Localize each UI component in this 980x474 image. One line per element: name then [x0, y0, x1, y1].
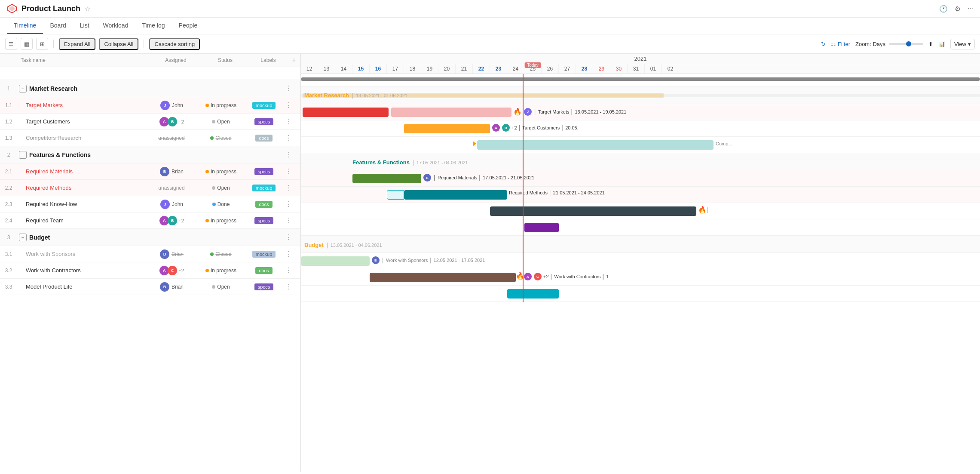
task-name-3-2[interactable]: Work with Contractors	[26, 267, 81, 274]
task-name-1-2[interactable]: Target Customers	[26, 118, 70, 125]
settings-icon[interactable]: ⚙	[955, 5, 961, 13]
zoom-label: Zoom: Days	[855, 41, 885, 47]
add-column-button[interactable]: +	[288, 56, 300, 64]
view-button[interactable]: View ▾	[950, 39, 975, 49]
cascade-sorting-button[interactable]: Cascade sorting	[149, 38, 200, 50]
task-menu-1-3[interactable]: ⋮	[283, 132, 294, 143]
avatar-brian-3-3: B	[160, 282, 169, 292]
export-icon[interactable]: ⬆	[928, 41, 933, 47]
gantt-day-21: 21	[456, 64, 473, 74]
task-assigned-2-3: J John	[146, 200, 197, 209]
group-menu-2[interactable]: ⋮	[283, 149, 294, 160]
label-docs-1-3: docs	[255, 135, 272, 142]
tab-workload[interactable]: Workload	[96, 18, 135, 34]
task-menu-2-2[interactable]: ⋮	[283, 182, 294, 193]
toolbar: ☰ ▦ ⊞ Expand All Collapse All Cascade so…	[0, 34, 980, 54]
group-title-1: Market Research	[29, 85, 77, 92]
view-icon-1[interactable]: ☰	[5, 38, 17, 50]
more-icon[interactable]: ···	[968, 5, 973, 12]
tab-list[interactable]: List	[73, 18, 96, 34]
history-icon[interactable]: 🕐	[939, 5, 948, 13]
collapse-all-button[interactable]: Collapse All	[99, 38, 138, 50]
task-menu-1-2[interactable]: ⋮	[283, 116, 294, 127]
tab-timelog[interactable]: Time log	[135, 18, 172, 34]
task-name-1-1[interactable]: Target Markets	[26, 102, 63, 108]
task-menu-1-1[interactable]: ⋮	[283, 100, 294, 111]
group-collapse-2[interactable]: −	[19, 151, 27, 159]
task-name-2-4[interactable]: Required Team	[26, 217, 64, 224]
unassigned-label-1-3: unassigned	[158, 135, 184, 141]
group-menu-3[interactable]: ⋮	[283, 232, 294, 243]
gantt-bar-2-4[interactable]	[524, 223, 559, 232]
task-row-1-1: 1.1 Target Markets J John In progress mo…	[0, 97, 300, 114]
task-name-1-3[interactable]: Competitors Research	[26, 135, 81, 141]
assigned-label-1-1: John	[172, 102, 183, 108]
nav-tabs: Timeline Board List Workload Time log Pe…	[0, 18, 980, 34]
task-menu-3-3[interactable]: ⋮	[283, 281, 294, 292]
task-name-2-2[interactable]: Required Methods	[26, 185, 71, 191]
chart-icon[interactable]: 📊	[938, 41, 945, 47]
gantt-fire-2-3: 🔥	[698, 206, 707, 214]
task-name-2-1[interactable]: Required Materials	[26, 168, 73, 175]
task-row-2-4: 2.4 Required Team A B +2 In progress spe…	[0, 212, 300, 229]
gantt-bar-3-2[interactable]	[370, 273, 516, 282]
task-menu-3-2[interactable]: ⋮	[283, 265, 294, 276]
task-menu-3-1[interactable]: ⋮	[283, 249, 294, 259]
tab-timeline[interactable]: Timeline	[7, 18, 43, 34]
gantt-bar-1-1[interactable]	[303, 108, 389, 117]
status-dot-2-3	[212, 203, 216, 206]
gantt-bar-2-3[interactable]	[490, 206, 696, 216]
task-row-3-3: 3.3 Model Product Life B Brian Open spec…	[0, 279, 300, 295]
gantt-bar-2-2[interactable]	[404, 190, 507, 200]
status-label-3-3: Open	[217, 284, 230, 290]
gantt-row-1-1: 🔥 J │ Target Markets │ 13.05.2021 - 19.0…	[301, 104, 980, 120]
task-labels-2-2: mockup	[245, 185, 283, 191]
gantt-bar-3-1-label: B │ Work with Sponsors │ 12.05.2021 - 17…	[371, 256, 485, 264]
status-label-1-3: Closed	[215, 135, 231, 141]
gantt-bar-3-3[interactable]	[507, 289, 559, 299]
task-name-3-1[interactable]: Work with Sponsors	[26, 251, 75, 257]
status-label-2-3: Done	[217, 201, 230, 207]
gantt-bar-3-1[interactable]	[301, 256, 370, 266]
label-docs-2-3: docs	[255, 201, 272, 208]
tab-people[interactable]: People	[172, 18, 205, 34]
gantt-bar-1-2[interactable]	[404, 124, 490, 133]
label-mockup-3-1: mockup	[252, 251, 276, 258]
svg-marker-1	[9, 6, 15, 11]
gantt-area[interactable]: 2021 12 13 14 15 16 17 18 19 20 21 22 23…	[301, 54, 980, 472]
app-header: Product Launch ☆ 🕐 ⚙ ···	[0, 0, 980, 18]
task-menu-2-3[interactable]: ⋮	[283, 199, 294, 209]
group-menu-1[interactable]: ⋮	[283, 83, 294, 94]
gantt-bar-3-2-label: A C +2 │ Work with Contractors │ 1	[524, 273, 609, 280]
refresh-icon[interactable]: ↻	[821, 41, 826, 47]
expand-all-button[interactable]: Expand All	[59, 38, 95, 50]
task-labels-2-3: docs	[245, 201, 283, 208]
star-icon[interactable]: ☆	[85, 5, 91, 13]
filter-button[interactable]: ⚏ Filter	[831, 41, 850, 47]
task-status-2-2: Open	[197, 185, 245, 191]
gantt-group-row-1: Market Research │ 13.05.2021 - 01.06.202…	[301, 87, 980, 104]
gantt-bar-1-3[interactable]	[477, 140, 714, 150]
task-name-2-3[interactable]: Required Know-How	[26, 201, 77, 207]
group-actions-1: ⋮	[283, 84, 300, 92]
col-status-header: Status	[202, 57, 249, 63]
gantt-header: 2021 12 13 14 15 16 17 18 19 20 21 22 23…	[301, 54, 980, 74]
gantt-row-3-3	[301, 286, 980, 302]
group-collapse-1[interactable]: −	[19, 85, 27, 92]
gantt-inner: 2021 12 13 14 15 16 17 18 19 20 21 22 23…	[301, 54, 980, 302]
task-name-3-3[interactable]: Model Product Life	[26, 283, 72, 290]
task-menu-2-4[interactable]: ⋮	[283, 215, 294, 226]
task-actions-2-3: ⋮	[283, 200, 300, 208]
view-icon-2[interactable]: ▦	[21, 38, 33, 50]
gantt-row-3-2: 🔥 A C +2 │ Work with Contractors │ 1	[301, 269, 980, 286]
gantt-group-row-2: Features & Functions │ 17.05.2021 - 04.0…	[301, 153, 980, 170]
task-status-1-2: Open	[197, 119, 245, 125]
tab-board[interactable]: Board	[43, 18, 73, 34]
task-menu-2-1[interactable]: ⋮	[283, 166, 294, 177]
gantt-bar-2-1[interactable]	[352, 174, 421, 183]
group-row-2: 2 − Features & Functions ⋮	[0, 146, 300, 163]
zoom-slider[interactable]	[889, 43, 923, 45]
status-label-3-1: Closed	[215, 251, 231, 257]
view-icon-3[interactable]: ⊞	[36, 38, 48, 50]
group-collapse-3[interactable]: −	[19, 234, 27, 241]
